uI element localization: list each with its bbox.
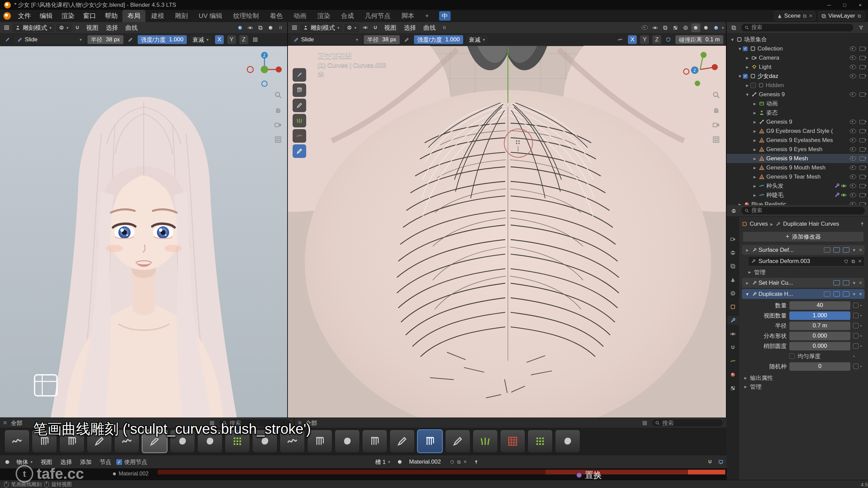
- unlink-material-icon[interactable]: ×: [463, 459, 467, 465]
- tab-viewlayer[interactable]: [728, 262, 738, 270]
- menu-node[interactable]: 节点: [97, 458, 114, 466]
- render-camera-icon[interactable]: [860, 120, 865, 124]
- tab-physics[interactable]: [728, 329, 738, 338]
- add-modifier-button[interactable]: +添加修改器: [743, 231, 864, 242]
- hide-eye-icon[interactable]: [850, 193, 856, 197]
- snap-magnet-icon[interactable]: [371, 23, 380, 32]
- render-camera-icon[interactable]: [860, 47, 865, 51]
- workspace-tab-uv[interactable]: UV 编辑: [194, 10, 228, 22]
- symmetry-z-button[interactable]: Z: [652, 35, 661, 44]
- outliner-search-input[interactable]: 搜索: [741, 23, 854, 32]
- tab-constraints[interactable]: [728, 343, 738, 352]
- tool-paint-brush[interactable]: [293, 68, 306, 82]
- workspace-tab-geonodes[interactable]: 几何节点: [360, 10, 396, 22]
- tip-roundness-field[interactable]: 0.000: [789, 342, 850, 350]
- brush-selector[interactable]: Slide▾: [291, 35, 361, 44]
- tab-tool[interactable]: [728, 221, 738, 230]
- menu-window[interactable]: 窗口: [79, 12, 100, 20]
- collision-distance-field[interactable]: 碰撞距离0.1 m: [675, 35, 723, 44]
- menu-edit[interactable]: 编辑: [35, 12, 57, 20]
- radius-pressure-icon[interactable]: [402, 35, 411, 44]
- panel-manage[interactable]: ▸管理: [743, 382, 865, 391]
- animate-button[interactable]: [853, 303, 859, 308]
- hide-eye-icon[interactable]: [850, 65, 856, 69]
- symmetry-y-button[interactable]: Y: [227, 35, 236, 44]
- pivot-icon[interactable]: [361, 23, 370, 32]
- mode-dropdown[interactable]: 雕刻模式▾: [12, 23, 55, 32]
- shading-wireframe-icon[interactable]: [681, 23, 690, 32]
- editor-type-icon[interactable]: [729, 206, 738, 215]
- shelf-menu-icon[interactable]: ≡: [3, 420, 7, 426]
- viewer-region-icon[interactable]: [716, 458, 725, 466]
- collision-toggle-icon[interactable]: [664, 35, 673, 44]
- xray-toggle-icon[interactable]: [671, 23, 680, 32]
- outliner-row[interactable]: ▸ 种睫毛: [727, 190, 868, 200]
- brush-thumbnail[interactable]: [445, 430, 470, 453]
- tab-render[interactable]: [728, 235, 738, 243]
- gizmos-toggle-icon[interactable]: [651, 23, 659, 32]
- amount-field[interactable]: 40: [789, 301, 850, 310]
- render-camera-icon[interactable]: [860, 147, 865, 151]
- brush-thumbnail[interactable]: [528, 430, 553, 453]
- brush-thumbnail[interactable]: [473, 430, 498, 453]
- hide-eye-icon[interactable]: [850, 46, 856, 51]
- zoom-icon[interactable]: [273, 90, 283, 100]
- modifier-close-icon[interactable]: ×: [859, 291, 862, 298]
- workspace-tab-scripting[interactable]: 脚本: [396, 10, 419, 22]
- snap-node-icon[interactable]: [706, 458, 714, 466]
- mode-dropdown[interactable]: 雕刻模式▾: [300, 23, 342, 32]
- brush-thumbnail-active[interactable]: [417, 429, 443, 453]
- new-viewlayer-icon[interactable]: [857, 14, 862, 18]
- collection-checkbox[interactable]: ✓: [743, 46, 748, 51]
- visibility-dropdown-icon[interactable]: [640, 23, 649, 32]
- breadcrumb-object[interactable]: Curves: [750, 221, 768, 227]
- strength-slider[interactable]: 强度/力度1.000: [138, 35, 187, 44]
- workspace-tab-layout[interactable]: 布局: [122, 10, 145, 22]
- editmode-toggle[interactable]: [824, 291, 830, 297]
- animate-button[interactable]: [853, 323, 859, 328]
- clear-icon[interactable]: ×: [858, 258, 862, 265]
- menu-view[interactable]: 视图: [381, 24, 399, 32]
- modifier-close-icon[interactable]: ×: [859, 280, 862, 286]
- realtime-toggle[interactable]: [833, 291, 840, 297]
- render-camera-icon[interactable]: [860, 193, 865, 197]
- orientation-dropdown[interactable]: ▾: [56, 23, 72, 32]
- tab-data[interactable]: [728, 357, 738, 365]
- ortho-toggle-icon[interactable]: [273, 135, 283, 145]
- radius-field[interactable]: 半径38 px: [364, 35, 400, 44]
- brush-selector[interactable]: Slide▾: [14, 35, 85, 44]
- workspace-tab-texture-paint[interactable]: 纹理绘制: [228, 10, 264, 22]
- render-camera-icon[interactable]: [860, 138, 865, 142]
- move-view-icon[interactable]: [711, 105, 721, 115]
- editor-type-icon[interactable]: [3, 458, 12, 466]
- shading-material-icon[interactable]: [702, 23, 710, 32]
- shading-rendered-icon[interactable]: [712, 23, 721, 32]
- hide-eye-icon[interactable]: [850, 129, 856, 133]
- distribution-shape-field[interactable]: 0.000: [789, 332, 850, 340]
- tab-output[interactable]: [728, 248, 738, 257]
- collection-checkbox[interactable]: [750, 83, 756, 88]
- overlays-icon[interactable]: [246, 23, 255, 32]
- shader-node-strip[interactable]: Material.002 置换: [0, 468, 727, 480]
- shield-icon[interactable]: [844, 259, 848, 264]
- outliner-row[interactable]: ▸ Camera: [727, 53, 868, 62]
- menu-view[interactable]: 视图: [83, 24, 101, 32]
- symmetry-x-button[interactable]: X: [215, 35, 224, 44]
- tab-texture[interactable]: [728, 384, 738, 392]
- hide-eye-icon[interactable]: [850, 156, 856, 161]
- camera-view-icon[interactable]: [273, 120, 283, 130]
- viewport-amount-slider[interactable]: 1.000: [789, 311, 850, 320]
- falloff-shape-icon[interactable]: [251, 35, 260, 44]
- filter-icon[interactable]: [856, 23, 865, 32]
- outliner-row[interactable]: ▾ 场景集合: [727, 35, 868, 44]
- use-nodes-checkbox[interactable]: ✓: [116, 459, 122, 465]
- render-camera-icon[interactable]: [860, 56, 865, 60]
- menu-select[interactable]: 选择: [103, 24, 121, 32]
- shading-solid-icon[interactable]: [266, 23, 275, 32]
- hide-eye-icon[interactable]: [850, 184, 856, 188]
- breadcrumb-item[interactable]: Duplicate Hair Curves: [783, 221, 839, 227]
- hide-eye-icon[interactable]: [850, 120, 856, 124]
- animate-button[interactable]: [853, 364, 859, 369]
- move-view-icon[interactable]: [273, 105, 283, 115]
- xray-icon[interactable]: [256, 23, 265, 32]
